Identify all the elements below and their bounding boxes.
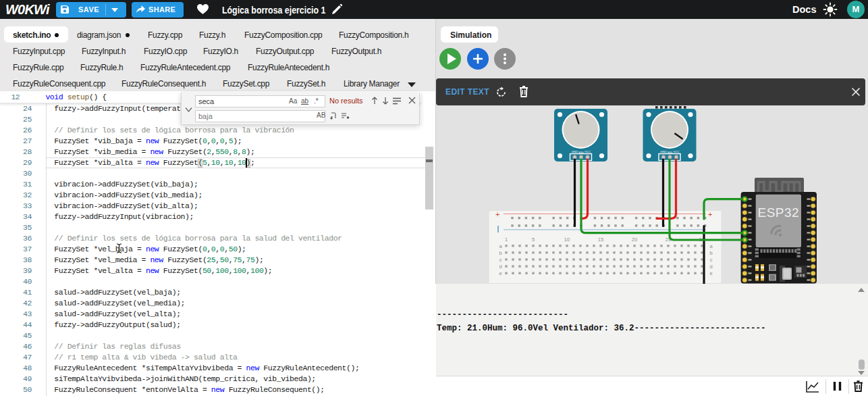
svg-text:SIG: SIG bbox=[668, 151, 673, 154]
svg-text:15: 15 bbox=[598, 237, 603, 243]
svg-text:5: 5 bbox=[532, 237, 535, 243]
svg-text:+: + bbox=[708, 210, 712, 218]
svg-text:GND: GND bbox=[572, 150, 578, 153]
svg-text:20: 20 bbox=[632, 237, 637, 243]
svg-text:c: c bbox=[499, 257, 502, 263]
svg-text:b: b bbox=[710, 250, 713, 256]
svg-text:c: c bbox=[710, 257, 713, 263]
svg-text:10: 10 bbox=[564, 237, 570, 243]
svg-text:d: d bbox=[499, 264, 501, 270]
svg-text:VCC: VCC bbox=[585, 150, 591, 153]
svg-text:1: 1 bbox=[505, 237, 508, 243]
svg-text:e: e bbox=[499, 270, 501, 276]
svg-text:e: e bbox=[710, 270, 713, 276]
svg-text:ESP32: ESP32 bbox=[758, 205, 799, 220]
svg-text:b: b bbox=[499, 250, 501, 256]
svg-text:+: + bbox=[495, 210, 499, 218]
svg-text:d: d bbox=[710, 264, 713, 270]
svg-text:VCC: VCC bbox=[673, 150, 679, 153]
svg-text:GND: GND bbox=[660, 150, 667, 153]
svg-text:SIG: SIG bbox=[578, 151, 584, 154]
